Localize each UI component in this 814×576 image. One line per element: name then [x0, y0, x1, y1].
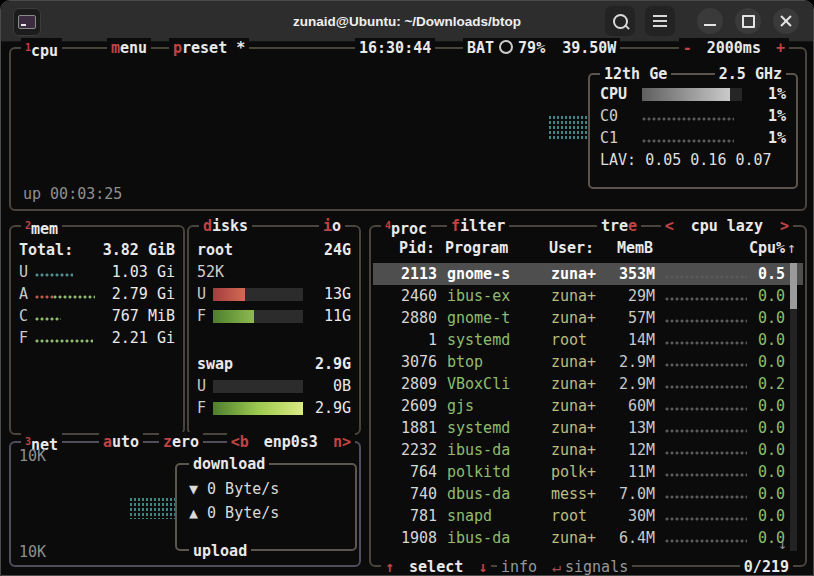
- titlebar: zunaid@Ubuntu: ~/Downloads/btop: [1, 1, 813, 42]
- proc-box: 4proc filter tree < cpu lazy > Pid: Prog…: [369, 225, 807, 567]
- filter-option[interactable]: filter: [447, 216, 509, 236]
- battery-gauge-icon: [499, 40, 513, 54]
- cpu-history-meter: [665, 532, 747, 544]
- cpu-history-meter: [665, 290, 747, 302]
- process-row[interactable]: 2609 gjs zuna+ 60M 0.0: [373, 395, 803, 417]
- column-pid[interactable]: Pid:: [377, 239, 435, 257]
- core0-row: C0 1%: [590, 105, 796, 127]
- sort-prev-button[interactable]: <: [665, 217, 674, 235]
- mem-free-row: F 2.21 Gi: [11, 327, 183, 349]
- menu-button[interactable]: [645, 6, 675, 36]
- process-row[interactable]: 781 snapd root 30M 0.0: [373, 505, 803, 527]
- disk-root-activity: 52K: [189, 261, 359, 283]
- tree-toggle[interactable]: tree: [597, 216, 641, 236]
- net-graph-dots: [129, 497, 177, 519]
- disk-swap-free-meter: [213, 402, 303, 415]
- proc-box-title: 4proc: [381, 216, 431, 239]
- process-table-header: Pid: Program User: MemB Cpu% ↑: [371, 239, 805, 261]
- select-control[interactable]: ↑ select ↓: [381, 557, 491, 576]
- disk-swap-used-meter: [213, 380, 303, 393]
- mem-available-meter: [53, 288, 95, 300]
- minimize-button[interactable]: [697, 8, 723, 34]
- disk-swap-header: swap 2.9G: [189, 353, 359, 375]
- process-count: 0/219: [740, 557, 793, 576]
- refresh-rate-control: - 2000ms +: [679, 38, 789, 58]
- prev-interface-button[interactable]: <b: [231, 433, 249, 451]
- column-user[interactable]: User:: [549, 239, 609, 257]
- uptime: up 00:03:25: [23, 185, 122, 203]
- download-label: download: [189, 454, 269, 474]
- cpu-box-title: 1cpu: [21, 38, 62, 61]
- scroll-down-indicator: ↓: [778, 535, 787, 553]
- column-program[interactable]: Program: [445, 239, 549, 257]
- close-icon: [779, 14, 793, 28]
- cpu-graph-dots: [548, 115, 588, 141]
- cpu-history-meter: [665, 400, 747, 412]
- process-row[interactable]: 764 polkitd polk+ 11M 0.0: [373, 461, 803, 483]
- process-row[interactable]: 740 dbus-da mess+ 7.0M 0.0: [373, 483, 803, 505]
- disk-root-free-row: F 11G: [189, 305, 359, 327]
- next-interface-button[interactable]: n>: [333, 433, 351, 451]
- scrollbar-thumb[interactable]: [790, 263, 797, 309]
- process-row[interactable]: 1 systemd root 14M 0.0: [373, 329, 803, 351]
- core0-graph: [642, 110, 734, 122]
- core1-graph: [642, 132, 734, 144]
- disk-root-used-row: U 13G: [189, 283, 359, 305]
- process-scrollbar[interactable]: [790, 263, 797, 551]
- sort-next-button[interactable]: >: [780, 217, 789, 235]
- process-row[interactable]: 2880 gnome-t zuna+ 57M 0.0: [373, 307, 803, 329]
- process-row[interactable]: 3076 btop zuna+ 2.9M 0.0: [373, 351, 803, 373]
- process-row[interactable]: 2113 gnome-s zuna+ 353M 0.5: [373, 263, 803, 285]
- cpu-frequency-label: 2.5 GHz: [715, 64, 786, 84]
- cpu-history-meter: [665, 444, 747, 456]
- process-row[interactable]: 1881 systemd zuna+ 13M 0.0: [373, 417, 803, 439]
- select-up-icon[interactable]: ↑: [385, 558, 394, 576]
- refresh-rate-value: 2000ms: [707, 39, 761, 57]
- refresh-decrease-button[interactable]: -: [683, 39, 692, 57]
- net-zero-toggle[interactable]: zero: [159, 432, 203, 452]
- net-speed-panel: download ▼ 0 Byte/s ▲ 0 Byte/s upload: [175, 463, 357, 551]
- maximize-icon: [742, 15, 755, 28]
- disks-box-title: disks: [199, 216, 252, 236]
- info-control[interactable]: info ↵: [497, 557, 565, 576]
- app-icon[interactable]: [13, 8, 41, 36]
- cpu-model-label: 12th Ge: [600, 64, 671, 84]
- process-row[interactable]: 2809 VBoxCli zuna+ 2.9M 0.2: [373, 373, 803, 395]
- cpu-history-meter: [665, 268, 747, 280]
- cpu-history-meter: [665, 510, 747, 522]
- upload-label: upload: [189, 541, 251, 561]
- mem-used-meter: [35, 266, 73, 278]
- mem-cached-row: C 767 MiB: [11, 305, 183, 327]
- net-interface-selector: <b enp0s3 n>: [227, 432, 355, 452]
- mem-cached-meter: [35, 310, 61, 322]
- select-down-icon[interactable]: ↓: [478, 558, 487, 576]
- process-row[interactable]: 2460 ibus-ex zuna+ 29M 0.0: [373, 285, 803, 307]
- mem-total-row: Total: 3.82 GiB: [11, 239, 183, 261]
- process-row[interactable]: 2232 ibus-da zuna+ 12M 0.0: [373, 439, 803, 461]
- signals-control[interactable]: signals: [561, 557, 632, 576]
- cpu-history-meter: [665, 466, 747, 478]
- cpu-total-row: CPU 1%: [590, 83, 796, 105]
- interface-name: enp0s3: [264, 433, 318, 451]
- cpu-total-meter: [642, 88, 742, 101]
- process-list: 2113 gnome-s zuna+ 353M 0.5 2460 ibus-ex…: [373, 263, 803, 549]
- column-mem[interactable]: MemB: [605, 239, 653, 257]
- net-auto-toggle[interactable]: auto: [99, 432, 143, 452]
- io-mode-toggle[interactable]: io: [319, 216, 345, 236]
- close-button[interactable]: [773, 8, 799, 34]
- maximize-button[interactable]: [735, 8, 761, 34]
- preset-option[interactable]: preset *: [169, 38, 249, 58]
- disk-swap-used-row: U 0B: [189, 375, 359, 397]
- net-box: 3net auto zero <b enp0s3 n> 10K 10K down…: [9, 441, 361, 567]
- mem-used-row: U 1.03 Gi: [11, 261, 183, 283]
- clock: 16:30:44: [355, 38, 435, 58]
- cpu-history-meter: [665, 488, 747, 500]
- cpu-history-meter: [665, 422, 747, 434]
- process-row[interactable]: 1908 ibus-da zuna+ 6.4M 0.0: [373, 527, 803, 549]
- search-button[interactable]: [605, 6, 635, 36]
- hamburger-menu-icon: [653, 20, 667, 22]
- column-cpu[interactable]: Cpu%: [749, 239, 783, 257]
- refresh-increase-button[interactable]: +: [776, 39, 785, 57]
- sort-direction-icon: ↑: [787, 239, 796, 257]
- menu-option[interactable]: menu: [107, 38, 151, 58]
